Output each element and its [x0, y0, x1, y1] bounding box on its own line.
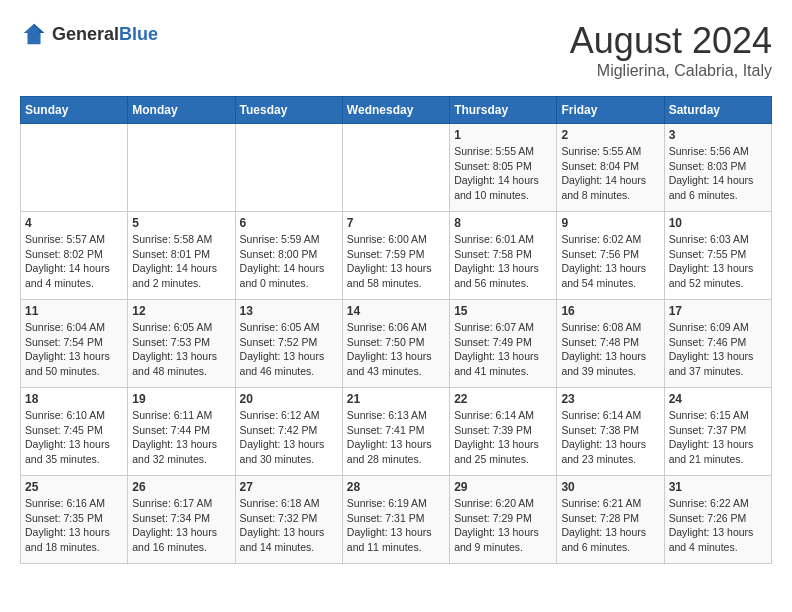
day-number: 7: [347, 216, 445, 230]
calendar-header-row: SundayMondayTuesdayWednesdayThursdayFrid…: [21, 97, 772, 124]
day-number: 13: [240, 304, 338, 318]
logo-general: General: [52, 24, 119, 44]
day-number: 18: [25, 392, 123, 406]
day-detail: Sunrise: 5:59 AM Sunset: 8:00 PM Dayligh…: [240, 232, 338, 291]
day-number: 22: [454, 392, 552, 406]
calendar-cell: 12Sunrise: 6:05 AM Sunset: 7:53 PM Dayli…: [128, 300, 235, 388]
day-detail: Sunrise: 6:18 AM Sunset: 7:32 PM Dayligh…: [240, 496, 338, 555]
calendar-cell: 2Sunrise: 5:55 AM Sunset: 8:04 PM Daylig…: [557, 124, 664, 212]
day-number: 3: [669, 128, 767, 142]
day-detail: Sunrise: 6:07 AM Sunset: 7:49 PM Dayligh…: [454, 320, 552, 379]
calendar-cell: 19Sunrise: 6:11 AM Sunset: 7:44 PM Dayli…: [128, 388, 235, 476]
day-header-tuesday: Tuesday: [235, 97, 342, 124]
day-number: 20: [240, 392, 338, 406]
day-number: 19: [132, 392, 230, 406]
day-detail: Sunrise: 6:20 AM Sunset: 7:29 PM Dayligh…: [454, 496, 552, 555]
day-detail: Sunrise: 6:05 AM Sunset: 7:52 PM Dayligh…: [240, 320, 338, 379]
calendar-table: SundayMondayTuesdayWednesdayThursdayFrid…: [20, 96, 772, 564]
calendar-cell: 10Sunrise: 6:03 AM Sunset: 7:55 PM Dayli…: [664, 212, 771, 300]
calendar-cell: 27Sunrise: 6:18 AM Sunset: 7:32 PM Dayli…: [235, 476, 342, 564]
page-header: GeneralBlue August 2024 Miglierina, Cala…: [20, 20, 772, 80]
day-detail: Sunrise: 6:09 AM Sunset: 7:46 PM Dayligh…: [669, 320, 767, 379]
day-number: 10: [669, 216, 767, 230]
day-header-saturday: Saturday: [664, 97, 771, 124]
logo-blue: Blue: [119, 24, 158, 44]
day-header-thursday: Thursday: [450, 97, 557, 124]
day-number: 12: [132, 304, 230, 318]
day-number: 25: [25, 480, 123, 494]
calendar-cell: 8Sunrise: 6:01 AM Sunset: 7:58 PM Daylig…: [450, 212, 557, 300]
calendar-cell: 23Sunrise: 6:14 AM Sunset: 7:38 PM Dayli…: [557, 388, 664, 476]
svg-marker-0: [24, 24, 45, 45]
calendar-cell: 31Sunrise: 6:22 AM Sunset: 7:26 PM Dayli…: [664, 476, 771, 564]
calendar-cell: 5Sunrise: 5:58 AM Sunset: 8:01 PM Daylig…: [128, 212, 235, 300]
day-detail: Sunrise: 6:03 AM Sunset: 7:55 PM Dayligh…: [669, 232, 767, 291]
day-detail: Sunrise: 6:10 AM Sunset: 7:45 PM Dayligh…: [25, 408, 123, 467]
calendar-cell: 9Sunrise: 6:02 AM Sunset: 7:56 PM Daylig…: [557, 212, 664, 300]
calendar-cell: 22Sunrise: 6:14 AM Sunset: 7:39 PM Dayli…: [450, 388, 557, 476]
calendar-cell: 20Sunrise: 6:12 AM Sunset: 7:42 PM Dayli…: [235, 388, 342, 476]
calendar-cell: [21, 124, 128, 212]
day-detail: Sunrise: 6:01 AM Sunset: 7:58 PM Dayligh…: [454, 232, 552, 291]
calendar-cell: [235, 124, 342, 212]
day-number: 21: [347, 392, 445, 406]
calendar-cell: 3Sunrise: 5:56 AM Sunset: 8:03 PM Daylig…: [664, 124, 771, 212]
day-detail: Sunrise: 6:16 AM Sunset: 7:35 PM Dayligh…: [25, 496, 123, 555]
calendar-cell: 29Sunrise: 6:20 AM Sunset: 7:29 PM Dayli…: [450, 476, 557, 564]
day-detail: Sunrise: 6:14 AM Sunset: 7:39 PM Dayligh…: [454, 408, 552, 467]
day-number: 31: [669, 480, 767, 494]
day-detail: Sunrise: 5:55 AM Sunset: 8:05 PM Dayligh…: [454, 144, 552, 203]
calendar-cell: 25Sunrise: 6:16 AM Sunset: 7:35 PM Dayli…: [21, 476, 128, 564]
calendar-cell: [342, 124, 449, 212]
day-detail: Sunrise: 6:12 AM Sunset: 7:42 PM Dayligh…: [240, 408, 338, 467]
day-detail: Sunrise: 5:58 AM Sunset: 8:01 PM Dayligh…: [132, 232, 230, 291]
day-number: 30: [561, 480, 659, 494]
calendar-cell: 15Sunrise: 6:07 AM Sunset: 7:49 PM Dayli…: [450, 300, 557, 388]
day-number: 27: [240, 480, 338, 494]
month-title: August 2024: [570, 20, 772, 62]
calendar-cell: [128, 124, 235, 212]
day-number: 6: [240, 216, 338, 230]
day-number: 8: [454, 216, 552, 230]
calendar-cell: 17Sunrise: 6:09 AM Sunset: 7:46 PM Dayli…: [664, 300, 771, 388]
calendar-cell: 26Sunrise: 6:17 AM Sunset: 7:34 PM Dayli…: [128, 476, 235, 564]
day-detail: Sunrise: 5:57 AM Sunset: 8:02 PM Dayligh…: [25, 232, 123, 291]
calendar-cell: 6Sunrise: 5:59 AM Sunset: 8:00 PM Daylig…: [235, 212, 342, 300]
day-number: 9: [561, 216, 659, 230]
calendar-cell: 7Sunrise: 6:00 AM Sunset: 7:59 PM Daylig…: [342, 212, 449, 300]
calendar-cell: 16Sunrise: 6:08 AM Sunset: 7:48 PM Dayli…: [557, 300, 664, 388]
day-number: 2: [561, 128, 659, 142]
day-detail: Sunrise: 6:19 AM Sunset: 7:31 PM Dayligh…: [347, 496, 445, 555]
day-number: 16: [561, 304, 659, 318]
day-number: 26: [132, 480, 230, 494]
day-number: 11: [25, 304, 123, 318]
calendar-cell: 11Sunrise: 6:04 AM Sunset: 7:54 PM Dayli…: [21, 300, 128, 388]
day-number: 28: [347, 480, 445, 494]
day-detail: Sunrise: 6:14 AM Sunset: 7:38 PM Dayligh…: [561, 408, 659, 467]
day-detail: Sunrise: 6:04 AM Sunset: 7:54 PM Dayligh…: [25, 320, 123, 379]
calendar-week-5: 25Sunrise: 6:16 AM Sunset: 7:35 PM Dayli…: [21, 476, 772, 564]
day-detail: Sunrise: 6:08 AM Sunset: 7:48 PM Dayligh…: [561, 320, 659, 379]
calendar-week-4: 18Sunrise: 6:10 AM Sunset: 7:45 PM Dayli…: [21, 388, 772, 476]
calendar-cell: 21Sunrise: 6:13 AM Sunset: 7:41 PM Dayli…: [342, 388, 449, 476]
location-title: Miglierina, Calabria, Italy: [570, 62, 772, 80]
calendar-cell: 1Sunrise: 5:55 AM Sunset: 8:05 PM Daylig…: [450, 124, 557, 212]
day-number: 4: [25, 216, 123, 230]
day-detail: Sunrise: 6:22 AM Sunset: 7:26 PM Dayligh…: [669, 496, 767, 555]
day-detail: Sunrise: 6:00 AM Sunset: 7:59 PM Dayligh…: [347, 232, 445, 291]
calendar-cell: 30Sunrise: 6:21 AM Sunset: 7:28 PM Dayli…: [557, 476, 664, 564]
day-detail: Sunrise: 6:11 AM Sunset: 7:44 PM Dayligh…: [132, 408, 230, 467]
day-number: 17: [669, 304, 767, 318]
calendar-cell: 28Sunrise: 6:19 AM Sunset: 7:31 PM Dayli…: [342, 476, 449, 564]
calendar-cell: 4Sunrise: 5:57 AM Sunset: 8:02 PM Daylig…: [21, 212, 128, 300]
day-number: 1: [454, 128, 552, 142]
calendar-cell: 13Sunrise: 6:05 AM Sunset: 7:52 PM Dayli…: [235, 300, 342, 388]
day-detail: Sunrise: 6:17 AM Sunset: 7:34 PM Dayligh…: [132, 496, 230, 555]
day-header-wednesday: Wednesday: [342, 97, 449, 124]
day-detail: Sunrise: 5:56 AM Sunset: 8:03 PM Dayligh…: [669, 144, 767, 203]
title-block: August 2024 Miglierina, Calabria, Italy: [570, 20, 772, 80]
day-header-sunday: Sunday: [21, 97, 128, 124]
day-detail: Sunrise: 6:06 AM Sunset: 7:50 PM Dayligh…: [347, 320, 445, 379]
calendar-cell: 14Sunrise: 6:06 AM Sunset: 7:50 PM Dayli…: [342, 300, 449, 388]
day-number: 29: [454, 480, 552, 494]
